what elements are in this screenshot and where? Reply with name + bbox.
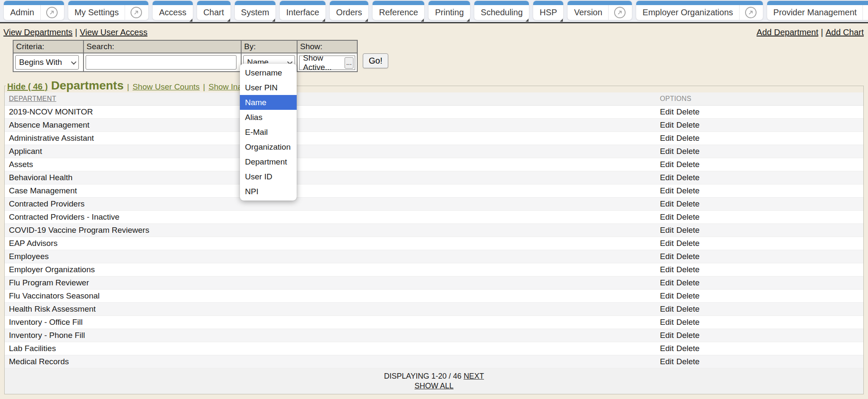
delete-link[interactable]: Delete: [676, 160, 700, 169]
nav-tab-version[interactable]: Version: [567, 0, 632, 20]
edit-link[interactable]: Edit: [660, 344, 674, 353]
nav-tab-provider-management[interactable]: Provider Management: [767, 0, 868, 20]
edit-link[interactable]: Edit: [660, 252, 674, 261]
delete-link[interactable]: Delete: [676, 186, 700, 195]
delete-link[interactable]: Delete: [676, 304, 700, 314]
search-input[interactable]: [86, 55, 236, 70]
edit-link[interactable]: Edit: [660, 304, 674, 314]
delete-link[interactable]: Delete: [676, 357, 700, 366]
by-option-e-mail[interactable]: E-Mail: [240, 125, 297, 140]
by-option-department[interactable]: Department: [240, 154, 297, 169]
department-name: Medical Records: [5, 357, 660, 366]
show-all-link[interactable]: SHOW ALL: [415, 382, 453, 390]
view-user-access-link[interactable]: View User Access: [80, 28, 147, 37]
external-link-icon[interactable]: [614, 7, 626, 18]
edit-link[interactable]: Edit: [660, 147, 674, 156]
by-option-user-pin[interactable]: User PIN: [240, 80, 297, 95]
nav-tab-scheduling[interactable]: Scheduling: [474, 0, 529, 20]
nav-tab-interface[interactable]: Interface: [279, 0, 326, 20]
delete-link[interactable]: Delete: [676, 239, 700, 248]
edit-link[interactable]: Edit: [660, 318, 674, 327]
next-page-link[interactable]: NEXT: [464, 372, 484, 380]
edit-link[interactable]: Edit: [660, 120, 674, 130]
delete-link[interactable]: Delete: [676, 318, 700, 327]
nav-tab-admin[interactable]: Admin: [3, 0, 64, 20]
table-row: Employer OrganizationsEditDelete: [5, 263, 863, 276]
show-filter-more-button[interactable]: ...: [345, 57, 353, 69]
edit-link[interactable]: Edit: [660, 199, 674, 209]
nav-tab-system[interactable]: System: [234, 0, 276, 20]
edit-link[interactable]: Edit: [660, 278, 674, 287]
legend-separator: |: [127, 82, 129, 92]
external-link-icon[interactable]: [131, 7, 142, 18]
tab-label: Scheduling: [481, 8, 523, 17]
tab-label: System: [241, 8, 270, 17]
add-chart-link[interactable]: Add Chart: [826, 28, 864, 37]
criteria-select[interactable]: Begins With: [15, 55, 79, 70]
external-link-icon[interactable]: [745, 7, 757, 18]
edit-link[interactable]: Edit: [660, 134, 674, 143]
department-table: 2019-NCOV MONITOREditDeleteAbsence Manag…: [5, 106, 863, 368]
nav-tab-my-settings[interactable]: My Settings: [68, 0, 149, 20]
row-actions: EditDelete: [660, 147, 863, 156]
tab-label: Chart: [203, 8, 224, 17]
show-filter[interactable]: Show Active... ...: [299, 56, 355, 70]
by-option-organization[interactable]: Organization: [240, 140, 297, 154]
edit-link[interactable]: Edit: [660, 173, 674, 182]
delete-link[interactable]: Delete: [676, 252, 700, 261]
toolbar-separator: |: [821, 28, 823, 37]
row-actions: EditDelete: [660, 199, 863, 209]
nav-tab-employer-organizations[interactable]: Employer Organizations: [636, 0, 763, 20]
by-option-alias[interactable]: Alias: [240, 110, 297, 125]
row-actions: EditDelete: [660, 318, 863, 327]
delete-link[interactable]: Delete: [676, 120, 700, 130]
edit-link[interactable]: Edit: [660, 107, 674, 117]
edit-link[interactable]: Edit: [660, 265, 674, 274]
tab-accent-bar: [235, 1, 276, 5]
view-departments-link[interactable]: View Departments: [3, 28, 72, 37]
delete-link[interactable]: Delete: [676, 226, 700, 235]
edit-link[interactable]: Edit: [660, 331, 674, 340]
by-option-username[interactable]: Username: [240, 65, 297, 80]
hide-count-link[interactable]: Hide ( 46 ): [7, 82, 48, 92]
nav-tab-reference[interactable]: Reference: [372, 0, 425, 20]
nav-tab-hsp[interactable]: HSP: [533, 0, 564, 20]
delete-link[interactable]: Delete: [676, 107, 700, 117]
go-button[interactable]: Go!: [363, 53, 388, 68]
nav-tab-chart[interactable]: Chart: [197, 0, 231, 20]
edit-link[interactable]: Edit: [660, 357, 674, 366]
edit-link[interactable]: Edit: [660, 160, 674, 169]
tab-accent-bar: [474, 1, 529, 5]
delete-link[interactable]: Delete: [676, 134, 700, 143]
nav-tab-orders[interactable]: Orders: [329, 0, 369, 20]
by-option-npi[interactable]: NPI: [240, 184, 297, 199]
delete-link[interactable]: Delete: [676, 212, 700, 222]
add-department-link[interactable]: Add Department: [757, 28, 818, 37]
column-header-department[interactable]: DEPARTMENT: [5, 95, 660, 103]
delete-link[interactable]: Delete: [676, 291, 700, 301]
submenu-corner-icon: [189, 19, 192, 22]
edit-link[interactable]: Edit: [660, 186, 674, 195]
delete-link[interactable]: Delete: [676, 331, 700, 340]
delete-link[interactable]: Delete: [676, 199, 700, 209]
delete-link[interactable]: Delete: [676, 344, 700, 353]
tab-divider: [125, 5, 125, 20]
edit-link[interactable]: Edit: [660, 226, 674, 235]
nav-tab-printing[interactable]: Printing: [428, 0, 470, 20]
row-actions: EditDelete: [660, 186, 863, 195]
delete-link[interactable]: Delete: [676, 265, 700, 274]
tab-label: Reference: [379, 8, 418, 17]
edit-link[interactable]: Edit: [660, 239, 674, 248]
table-row: EAP AdvisorsEditDelete: [5, 237, 863, 250]
show-user-counts-link[interactable]: Show User Counts: [133, 82, 200, 92]
by-option-name[interactable]: Name: [240, 95, 297, 110]
delete-link[interactable]: Delete: [676, 147, 700, 156]
edit-link[interactable]: Edit: [660, 212, 674, 222]
delete-link[interactable]: Delete: [676, 278, 700, 287]
nav-tab-access[interactable]: Access: [152, 0, 193, 20]
edit-link[interactable]: Edit: [660, 291, 674, 301]
row-actions: EditDelete: [660, 344, 863, 353]
external-link-icon[interactable]: [46, 7, 58, 18]
delete-link[interactable]: Delete: [676, 173, 700, 182]
by-option-user-id[interactable]: User ID: [240, 169, 297, 184]
